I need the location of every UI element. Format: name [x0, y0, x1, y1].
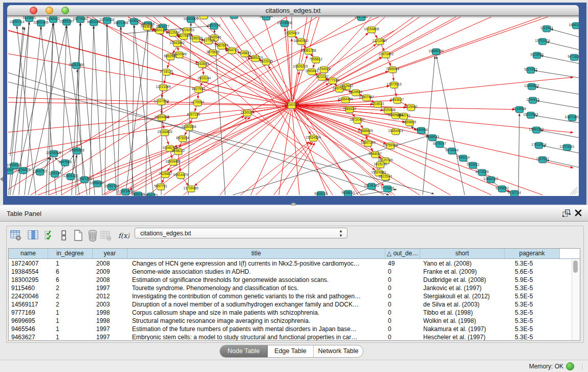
select-all-check-icon[interactable] — [43, 229, 56, 242]
graph-node-label: 9472831 — [568, 55, 579, 58]
column-header-in_degree[interactable]: in_degree — [48, 249, 93, 258]
table-row[interactable]: 1938455462009Genome-wide association stu… — [9, 268, 580, 276]
cell-year: 2008 — [96, 259, 126, 268]
column-header-pagerank[interactable]: pagerank — [505, 249, 560, 258]
table-settings-icon[interactable] — [10, 229, 22, 242]
graph-edge — [166, 106, 288, 117]
graph-edge — [92, 17, 384, 195]
graph-node-label: 9132724 — [508, 191, 521, 194]
collapse-arrow-icon[interactable] — [0, 177, 3, 182]
close-panel-icon[interactable] — [574, 209, 582, 217]
table-row[interactable]: 977716911998Corpus callosum shape and si… — [9, 309, 580, 317]
graph-node-label: 3315971 — [7, 168, 16, 172]
tab-edge-table[interactable]: Edge Table — [268, 345, 314, 357]
cell-short: Hescheler et al. (1997) — [423, 333, 504, 341]
network-canvas[interactable]: 1605571433159013269140692869221065528715… — [7, 16, 579, 196]
graph-node-label: 9463627 — [390, 98, 404, 101]
graph-edge — [183, 192, 187, 195]
graph-node-label: 9777109 — [326, 78, 339, 82]
cell-year: 1997 — [96, 325, 126, 333]
graph-edge — [296, 107, 542, 195]
cell-title: Investigating the contribution of common… — [132, 292, 384, 300]
graph-node-label: 6498222 — [171, 149, 185, 152]
delete-icon[interactable] — [86, 229, 99, 242]
cell-name: 18300295 — [11, 276, 47, 284]
cell-out_de: 0 — [388, 284, 419, 292]
table-row[interactable]: 969969511998Structural magnetic resonanc… — [9, 317, 580, 325]
table-selector-combobox[interactable]: citations_edges.txt ▲▼ — [135, 228, 347, 238]
column-header-name[interactable]: name — [9, 249, 48, 258]
table-row[interactable]: 1456911722003Disruption of a novel membe… — [9, 300, 580, 309]
graph-edge — [148, 117, 250, 195]
new-file-icon[interactable] — [72, 229, 84, 242]
function-builder-icon[interactable]: f(x) — [117, 229, 129, 242]
table-row[interactable]: 946554611997Estimation of the future num… — [9, 325, 580, 333]
graph-edge — [119, 194, 121, 195]
graph-edge — [310, 17, 319, 47]
tab-node-table[interactable]: Node Table — [220, 345, 268, 357]
graph-node-label: 7615526 — [127, 19, 141, 23]
column-header-out_de[interactable]: △ out_de… — [385, 249, 420, 258]
cell-year: 1997 — [96, 333, 126, 341]
cell-year: 2009 — [96, 268, 126, 276]
graph-node-label: 9286922 — [47, 17, 60, 20]
graph-edge — [537, 101, 579, 108]
graph-node-label: 17016504 — [531, 143, 547, 146]
graph-node-label: 12505123 — [63, 174, 78, 178]
cell-name: 19384554 — [11, 268, 47, 276]
cell-short: Dudbridge et al. (2008) — [423, 276, 504, 284]
graph-node[interactable] — [230, 16, 238, 18]
graph-edge — [107, 24, 117, 195]
vertical-scrollbar[interactable] — [572, 259, 580, 340]
column-header-short[interactable]: short — [420, 249, 505, 258]
tab-network-table[interactable]: Network Table — [314, 345, 363, 357]
resize-grip-icon[interactable] — [570, 187, 577, 194]
graph-node-label: 19218506 — [277, 21, 292, 25]
cell-short: Jankovic et al. (1997) — [423, 284, 504, 292]
cell-short: Tibbo et al. (1998) — [423, 309, 504, 317]
table-row[interactable]: 946362711997Embryonic stem cells: a mode… — [9, 333, 580, 341]
cell-pagerank: 5.3E-5 — [515, 259, 559, 268]
graph-node-label: 1522035 — [259, 59, 273, 63]
graph-node-label: 9650723 — [144, 193, 158, 196]
graph-node-label: 7625402 — [159, 172, 172, 176]
graph-node-label: 16093809 — [183, 17, 199, 20]
graph-node-label: 15220538 — [196, 16, 211, 17]
graph-edge — [327, 17, 372, 66]
network-graph[interactable]: 1605571433159013269140692869221065528715… — [7, 16, 579, 196]
graph-node-label: 9227342 — [524, 68, 537, 71]
node-table[interactable]: namein_degreeyeartitle△ out_de…shortpage… — [8, 248, 580, 341]
float-window-icon[interactable] — [562, 209, 571, 218]
window-title: citations_edges.txt — [7, 7, 579, 14]
graph-node-label: 11156829 — [16, 168, 31, 171]
cell-pagerank: 5.3E-5 — [515, 309, 559, 317]
graph-node-label: 10626215 — [293, 64, 308, 68]
graph-edge — [437, 56, 465, 195]
graph-node-label: 8660124 — [153, 28, 166, 32]
cell-year: 1997 — [96, 284, 126, 292]
graph-edge — [397, 17, 540, 68]
table-row[interactable]: 2242004622012Investigating the contribut… — [9, 292, 580, 300]
combobox-stepper-icon: ▲▼ — [339, 229, 343, 238]
table-columns-icon[interactable] — [27, 229, 39, 242]
column-narrow-icon[interactable] — [58, 229, 70, 242]
table-row[interactable]: 1830029562008Estimation of significance … — [9, 276, 580, 284]
column-header-title[interactable]: title — [127, 249, 385, 258]
graph-node-label: 1244415 — [526, 98, 539, 101]
cell-title: Estimation of significance thresholds fo… — [132, 276, 384, 284]
cell-title: Embryonic stem cells: a model to study s… — [132, 333, 384, 341]
graph-node-label: 2987604 — [215, 43, 228, 47]
cell-out_de: 0 — [388, 317, 419, 325]
cell-year: 2003 — [96, 300, 126, 309]
import-table-disabled-icon[interactable] — [100, 229, 112, 242]
table-row[interactable]: 1872400712008Changes of HCN gene express… — [9, 259, 580, 268]
window-titlebar[interactable]: citations_edges.txt — [7, 5, 579, 16]
graph-node-label: 7032621 — [466, 163, 480, 166]
scrollbar-thumb[interactable] — [573, 260, 578, 273]
graph-node-label: 12942737 — [32, 169, 48, 173]
column-header-year[interactable]: year — [93, 249, 127, 258]
graph-node-label: 1112443 — [540, 26, 553, 30]
table-row[interactable]: 911546021997Tourette syndrome. Phenomeno… — [9, 284, 580, 292]
graph-edge — [351, 17, 548, 85]
graph-node-label: 16909489 — [165, 160, 181, 163]
